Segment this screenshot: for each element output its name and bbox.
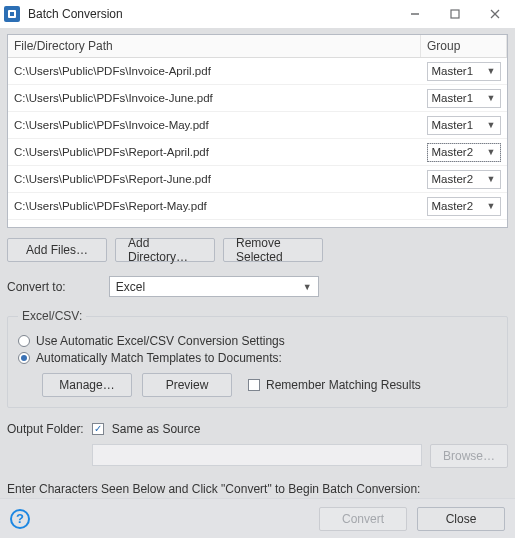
cell-path: C:\Users\Public\PDFs\Invoice-May.pdf xyxy=(8,112,421,139)
group-select-value: Master2 xyxy=(432,173,474,185)
cell-group: Master1▼ xyxy=(421,85,507,112)
convert-button[interactable]: Convert xyxy=(319,507,407,531)
files-grid[interactable]: File/Directory Path Group C:\Users\Publi… xyxy=(7,34,508,228)
group-select[interactable]: Master1▼ xyxy=(427,116,501,135)
cell-path: C:\Users\Public\PDFs\Report-April.pdf xyxy=(8,139,421,166)
cell-group: Master2▼ xyxy=(421,166,507,193)
group-select-value: Master1 xyxy=(432,119,474,131)
manage-button[interactable]: Manage… xyxy=(42,373,132,397)
output-folder-field[interactable] xyxy=(92,444,422,466)
cell-group: Master2▼ xyxy=(421,139,507,166)
group-select[interactable]: Master2▼ xyxy=(427,170,501,189)
group-select-value: Master2 xyxy=(432,146,474,158)
close-button[interactable]: Close xyxy=(417,507,505,531)
window-title: Batch Conversion xyxy=(28,7,395,21)
radio-auto-settings[interactable] xyxy=(18,335,30,347)
browse-button[interactable]: Browse… xyxy=(430,444,508,468)
col-header-group[interactable]: Group xyxy=(421,35,507,58)
chevron-down-icon: ▼ xyxy=(487,66,496,76)
cell-path: C:\Users\Public\PDFs\Invoice-April.pdf xyxy=(8,58,421,85)
table-row[interactable]: C:\Users\Public\PDFs\Invoice-June.pdfMas… xyxy=(8,85,507,112)
radio-match-templates[interactable] xyxy=(18,352,30,364)
captcha-prompt: Enter Characters Seen Below and Click "C… xyxy=(7,482,508,496)
group-select[interactable]: Master1▼ xyxy=(427,62,501,81)
chevron-down-icon: ▼ xyxy=(487,93,496,103)
convert-to-value: Excel xyxy=(116,280,145,294)
cell-group: Master2▼ xyxy=(421,193,507,220)
minimize-button[interactable] xyxy=(395,0,435,28)
app-icon xyxy=(4,6,20,22)
table-row[interactable]: C:\Users\Public\PDFs\Invoice-May.pdfMast… xyxy=(8,112,507,139)
cell-group: Master1▼ xyxy=(421,58,507,85)
group-select[interactable]: Master1▼ xyxy=(427,89,501,108)
group-select[interactable]: Master2▼ xyxy=(427,143,501,162)
maximize-button[interactable] xyxy=(435,0,475,28)
close-window-button[interactable] xyxy=(475,0,515,28)
svg-rect-3 xyxy=(451,10,459,18)
preview-button[interactable]: Preview xyxy=(142,373,232,397)
table-row[interactable]: C:\Users\Public\PDFs\Report-May.pdfMaste… xyxy=(8,193,507,220)
convert-to-label: Convert to: xyxy=(7,280,66,294)
cell-group: Master1▼ xyxy=(421,112,507,139)
convert-to-select[interactable]: Excel ▼ xyxy=(109,276,319,297)
chevron-down-icon: ▼ xyxy=(487,201,496,211)
output-folder-label: Output Folder: xyxy=(7,422,84,436)
same-as-source-checkbox[interactable]: ✓ xyxy=(92,423,104,435)
group-select-value: Master2 xyxy=(432,200,474,212)
same-as-source-label: Same as Source xyxy=(112,422,201,436)
radio-match-label: Automatically Match Templates to Documen… xyxy=(36,351,282,365)
group-select-value: Master1 xyxy=(432,65,474,77)
svg-rect-1 xyxy=(10,12,14,16)
table-row[interactable]: C:\Users\Public\PDFs\Report-April.pdfMas… xyxy=(8,139,507,166)
table-row[interactable]: C:\Users\Public\PDFs\Invoice-April.pdfMa… xyxy=(8,58,507,85)
table-row[interactable]: C:\Users\Public\PDFs\Report-June.pdfMast… xyxy=(8,166,507,193)
excel-csv-legend: Excel/CSV: xyxy=(18,309,86,323)
remember-matching-checkbox[interactable] xyxy=(248,379,260,391)
chevron-down-icon: ▼ xyxy=(303,282,312,292)
col-header-path[interactable]: File/Directory Path xyxy=(8,35,421,58)
group-select[interactable]: Master2▼ xyxy=(427,197,501,216)
chevron-down-icon: ▼ xyxy=(487,174,496,184)
chevron-down-icon: ▼ xyxy=(487,147,496,157)
title-bar: Batch Conversion xyxy=(0,0,515,28)
add-directory-button[interactable]: Add Directory… xyxy=(115,238,215,262)
chevron-down-icon: ▼ xyxy=(487,120,496,130)
group-select-value: Master1 xyxy=(432,92,474,104)
remove-selected-button[interactable]: Remove Selected xyxy=(223,238,323,262)
add-files-button[interactable]: Add Files… xyxy=(7,238,107,262)
cell-path: C:\Users\Public\PDFs\Invoice-June.pdf xyxy=(8,85,421,112)
help-icon[interactable]: ? xyxy=(10,509,30,529)
radio-auto-label: Use Automatic Excel/CSV Conversion Setti… xyxy=(36,334,285,348)
dialog-footer: ? Convert Close xyxy=(0,498,515,538)
excel-csv-group: Excel/CSV: Use Automatic Excel/CSV Conve… xyxy=(7,309,508,408)
cell-path: C:\Users\Public\PDFs\Report-May.pdf xyxy=(8,193,421,220)
cell-path: C:\Users\Public\PDFs\Report-June.pdf xyxy=(8,166,421,193)
remember-matching-label: Remember Matching Results xyxy=(266,378,421,392)
